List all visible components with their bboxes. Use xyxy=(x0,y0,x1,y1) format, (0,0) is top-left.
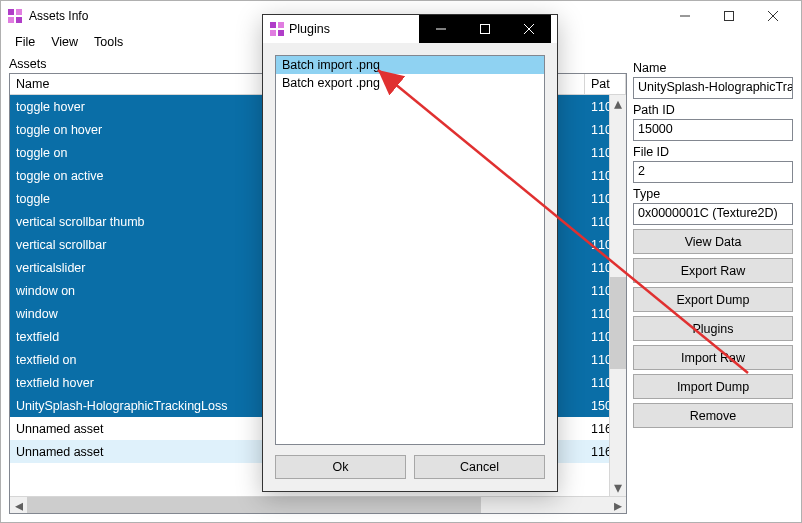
minimize-button[interactable] xyxy=(663,1,707,31)
svg-rect-1 xyxy=(16,9,22,15)
app-icon xyxy=(7,8,23,24)
horizontal-scrollbar[interactable]: ◂ ▸ xyxy=(10,496,626,513)
hscroll-thumb[interactable] xyxy=(27,497,481,513)
import-raw-button[interactable]: Import Raw xyxy=(633,345,793,370)
cell-path: 110 xyxy=(585,146,609,160)
dialog-app-icon xyxy=(269,21,285,37)
list-item[interactable]: Batch export .png xyxy=(276,74,544,92)
plugins-listbox[interactable]: Batch import .pngBatch export .png xyxy=(275,55,545,445)
name-label: Name xyxy=(633,61,793,75)
remove-button[interactable]: Remove xyxy=(633,403,793,428)
dialog-maximize-button[interactable] xyxy=(463,15,507,43)
properties-panel: Name UnitySplash-HolographicTracking Pat… xyxy=(633,57,793,514)
type-label: Type xyxy=(633,187,793,201)
export-raw-button[interactable]: Export Raw xyxy=(633,258,793,283)
svg-rect-2 xyxy=(8,17,14,23)
menu-file[interactable]: File xyxy=(7,33,43,51)
svg-rect-13 xyxy=(481,25,490,34)
close-button[interactable] xyxy=(751,1,795,31)
scroll-right-icon[interactable]: ▸ xyxy=(609,497,626,514)
svg-rect-10 xyxy=(270,30,276,36)
svg-rect-8 xyxy=(270,22,276,28)
name-field[interactable]: UnitySplash-HolographicTracking xyxy=(633,77,793,99)
dialog-title: Plugins xyxy=(289,22,330,36)
cell-path: 110 xyxy=(585,284,609,298)
window-title: Assets Info xyxy=(29,9,88,23)
fileid-label: File ID xyxy=(633,145,793,159)
cell-path: 110 xyxy=(585,330,609,344)
svg-rect-0 xyxy=(8,9,14,15)
svg-rect-5 xyxy=(725,12,734,21)
menu-tools[interactable]: Tools xyxy=(86,33,131,51)
vscroll-thumb[interactable] xyxy=(610,277,626,369)
pathid-label: Path ID xyxy=(633,103,793,117)
ok-button[interactable]: Ok xyxy=(275,455,406,479)
plugins-button[interactable]: Plugins xyxy=(633,316,793,341)
menu-view[interactable]: View xyxy=(43,33,86,51)
cell-path: 110 xyxy=(585,192,609,206)
svg-rect-11 xyxy=(278,30,284,36)
pathid-field[interactable]: 15000 xyxy=(633,119,793,141)
column-header-path[interactable]: Pat xyxy=(585,74,626,94)
list-item[interactable]: Batch import .png xyxy=(276,56,544,74)
dialog-titlebar: Plugins xyxy=(263,15,557,43)
scroll-up-icon[interactable]: ▴ xyxy=(610,95,626,112)
plugins-dialog: Plugins Batch import .pngBatch export .p… xyxy=(262,14,558,492)
cell-path: 150 xyxy=(585,399,609,413)
type-field[interactable]: 0x0000001C (Texture2D) xyxy=(633,203,793,225)
window-controls xyxy=(663,1,795,31)
cell-path: 110 xyxy=(585,169,609,183)
cancel-button[interactable]: Cancel xyxy=(414,455,545,479)
cell-path: 110 xyxy=(585,353,609,367)
cell-path: 110 xyxy=(585,100,609,114)
dialog-minimize-button[interactable] xyxy=(419,15,463,43)
cell-path: 110 xyxy=(585,238,609,252)
cell-path: 110 xyxy=(585,261,609,275)
dialog-close-button[interactable] xyxy=(507,15,551,43)
cell-path: 116 xyxy=(585,422,609,436)
vertical-scrollbar[interactable]: ▴ ▾ xyxy=(609,95,626,496)
cell-path: 110 xyxy=(585,215,609,229)
scroll-down-icon[interactable]: ▾ xyxy=(610,479,626,496)
cell-path: 110 xyxy=(585,376,609,390)
view-data-button[interactable]: View Data xyxy=(633,229,793,254)
import-dump-button[interactable]: Import Dump xyxy=(633,374,793,399)
svg-rect-9 xyxy=(278,22,284,28)
maximize-button[interactable] xyxy=(707,1,751,31)
cell-path: 110 xyxy=(585,123,609,137)
export-dump-button[interactable]: Export Dump xyxy=(633,287,793,312)
svg-rect-3 xyxy=(16,17,22,23)
fileid-field[interactable]: 2 xyxy=(633,161,793,183)
cell-path: 110 xyxy=(585,307,609,321)
cell-path: 116 xyxy=(585,445,609,459)
scroll-left-icon[interactable]: ◂ xyxy=(10,497,27,514)
